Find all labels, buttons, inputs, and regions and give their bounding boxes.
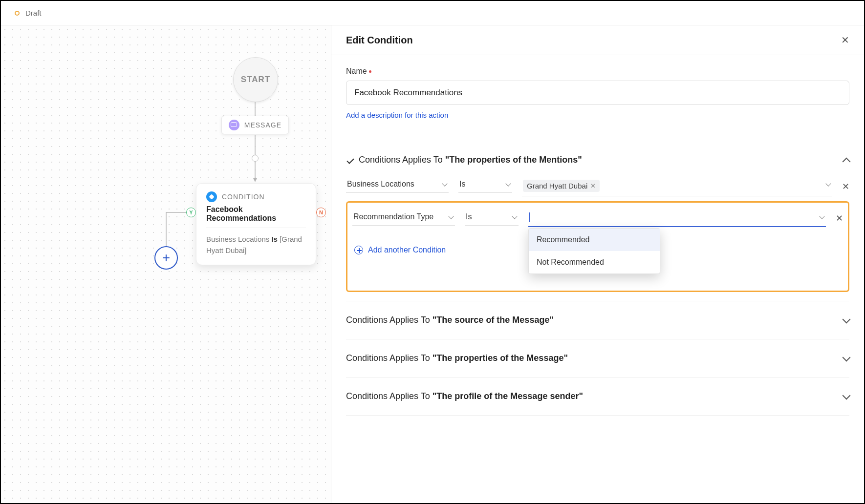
workflow-canvas[interactable]: START MESSAGE CONDITION Facebook Recomme… <box>1 25 331 503</box>
condition-type-label: CONDITION <box>222 193 265 201</box>
condition-row: Recommendation Type Is <box>352 206 843 235</box>
no-branch-badge[interactable]: N <box>316 208 326 217</box>
divider <box>206 228 306 228</box>
message-label: MESSAGE <box>244 121 281 129</box>
section-message-props: Conditions Applies To "The properties of… <box>346 339 849 377</box>
section-quoted: "The properties of the Message" <box>432 353 568 363</box>
required-dot <box>369 70 371 73</box>
junction-dot <box>252 155 259 162</box>
section-quoted: "The profile of the Message sender" <box>432 391 583 401</box>
section-prefix: Conditions Applies To <box>359 155 443 165</box>
value-dropdown: Recommended Not Recommended <box>528 228 660 274</box>
operator-select[interactable]: Is <box>458 177 512 193</box>
text-cursor <box>529 212 530 222</box>
add-description-link[interactable]: Add a description for this action <box>346 111 448 119</box>
remove-row-icon[interactable]: ✕ <box>842 181 849 192</box>
dropdown-option[interactable]: Not Recommended <box>529 251 660 273</box>
draft-status-label: Draft <box>25 9 42 17</box>
chevron-up-icon <box>843 157 851 166</box>
panel-header: Edit Condition ✕ <box>331 25 864 55</box>
name-input[interactable] <box>346 81 849 105</box>
section-mentions-header[interactable]: Conditions Applies To "The properties of… <box>346 147 849 173</box>
condition-card[interactable]: CONDITION Facebook Recommendations Busin… <box>196 183 316 265</box>
start-node[interactable]: START <box>233 57 278 102</box>
section-quoted: "The source of the Message" <box>432 315 554 325</box>
remove-row-icon[interactable]: ✕ <box>836 213 843 224</box>
draft-status-dot <box>15 11 20 16</box>
section-source: Conditions Applies To "The source of the… <box>346 301 849 339</box>
field-select[interactable]: Recommendation Type <box>352 210 455 226</box>
section-sender-profile: Conditions Applies To "The profile of th… <box>346 377 849 416</box>
section-sender-profile-header[interactable]: Conditions Applies To "The profile of th… <box>346 378 849 415</box>
add-node-button[interactable]: + <box>154 246 178 270</box>
condition-icon <box>206 191 217 202</box>
section-prefix: Conditions Applies To <box>346 353 430 363</box>
chevron-down-icon <box>843 391 851 399</box>
chevron-down-icon <box>843 353 851 361</box>
section-source-header[interactable]: Conditions Applies To "The source of the… <box>346 301 849 339</box>
section-prefix: Conditions Applies To <box>346 315 430 325</box>
panel-title: Edit Condition <box>346 35 413 46</box>
section-quoted: "The properties of the Mentions" <box>445 155 582 165</box>
remove-chip-icon[interactable]: ✕ <box>590 182 596 189</box>
value-select[interactable]: Grand Hyatt Dubai ✕ <box>522 177 832 196</box>
yes-branch-badge[interactable]: Y <box>186 208 196 217</box>
start-label: START <box>241 75 270 84</box>
close-icon[interactable]: ✕ <box>841 34 849 46</box>
top-bar: Draft <box>1 1 864 25</box>
name-field-label: Name <box>346 67 849 76</box>
check-icon <box>346 156 354 164</box>
field-select[interactable]: Business Locations <box>346 177 449 193</box>
highlight-box: Recommendation Type Is <box>346 201 849 292</box>
message-node[interactable]: MESSAGE <box>221 116 289 134</box>
condition-name: Facebook Recommendations <box>206 205 306 223</box>
value-select[interactable]: Recommended Not Recommended <box>528 210 826 227</box>
section-prefix: Conditions Applies To <box>346 391 430 401</box>
condition-row: Business Locations Is Grand Hyatt Dubai <box>346 173 849 204</box>
dropdown-option[interactable]: Recommended <box>529 229 660 251</box>
condition-summary: Business Locations Is [Grand Hyatt Dubai… <box>206 234 306 256</box>
chevron-down-icon <box>843 315 851 323</box>
section-mentions: Conditions Applies To "The properties of… <box>346 147 849 301</box>
message-icon <box>229 120 239 130</box>
edit-condition-panel: Edit Condition ✕ Name Add a description … <box>331 25 864 503</box>
value-chip: Grand Hyatt Dubai ✕ <box>523 180 600 192</box>
operator-select[interactable]: Is <box>465 210 519 226</box>
plus-circle-icon <box>354 246 363 254</box>
section-message-props-header[interactable]: Conditions Applies To "The properties of… <box>346 339 849 377</box>
